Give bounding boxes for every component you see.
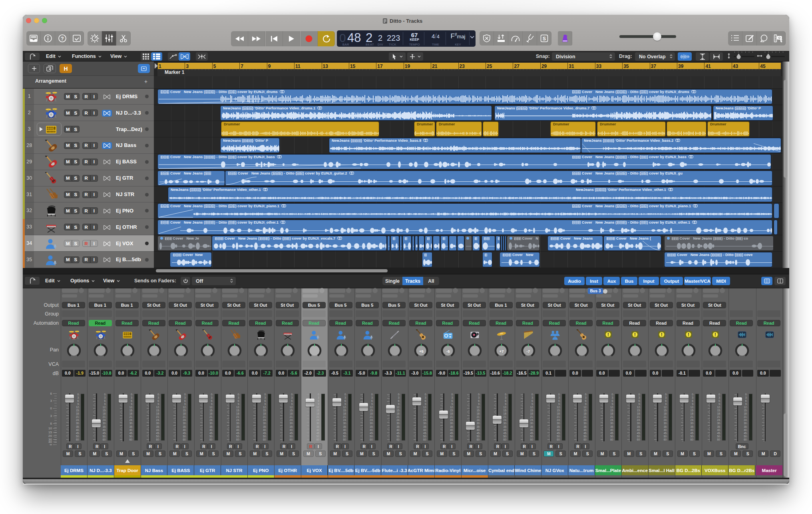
svg-text:S: S [542, 36, 545, 42]
svg-text:?: ? [61, 36, 64, 42]
